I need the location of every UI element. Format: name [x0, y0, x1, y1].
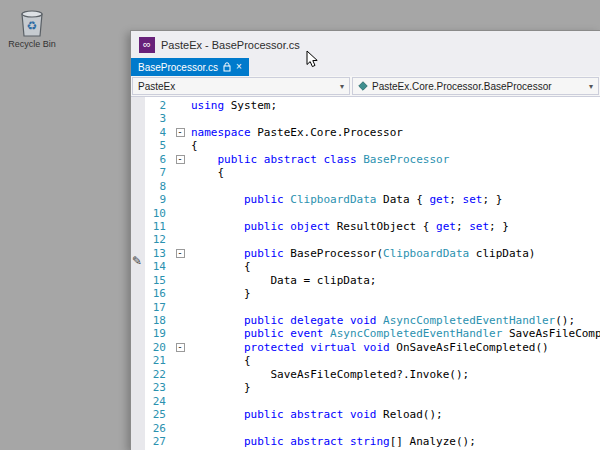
code-text[interactable]: public abstract class BaseProcessor	[191, 153, 600, 166]
code-text[interactable]: {	[191, 139, 600, 152]
chevron-down-icon: ▾	[583, 82, 593, 91]
code-text[interactable]	[191, 207, 600, 220]
code-text[interactable]	[191, 180, 600, 193]
desktop: ♻ Recycle Bin ∞ PasteEx - BaseProcessor.…	[0, 0, 600, 450]
recycle-bin-glyph: ♻	[17, 6, 47, 38]
code-text[interactable]: public ClipboardData Data { get; set; }	[191, 193, 600, 206]
code-text[interactable]: }	[191, 287, 600, 300]
code-line: 4-namespace PasteEx.Core.Processor	[131, 126, 600, 139]
fold-margin	[169, 301, 191, 314]
line-number: 18	[145, 314, 169, 327]
recycle-bin-icon[interactable]: ♻ Recycle Bin	[6, 6, 58, 49]
code-text[interactable]: public BaseProcessor(ClipboardData clipD…	[191, 247, 600, 260]
chevron-down-icon: ▾	[334, 82, 344, 91]
line-number: 23	[145, 381, 169, 394]
line-number: 2	[145, 99, 169, 112]
line-number: 3	[145, 112, 169, 125]
code-line: 27 public abstract string[] Analyze();	[131, 435, 600, 448]
code-editor: 2using System;34-namespace PasteEx.Core.…	[131, 97, 600, 450]
code-text[interactable]: public abstract void Reload();	[191, 408, 600, 421]
fold-margin	[169, 354, 191, 367]
fold-margin	[169, 220, 191, 233]
navigation-bar: PasteEx ▾ PasteEx.Core.Processor.BasePro…	[131, 76, 600, 97]
code-text[interactable]	[191, 112, 600, 125]
line-number: 17	[145, 301, 169, 314]
fold-margin	[169, 395, 191, 408]
line-number: 11	[145, 220, 169, 233]
fold-margin	[169, 99, 191, 112]
line-number: 19	[145, 327, 169, 340]
line-number: 6	[145, 153, 169, 166]
code-line: 20- protected virtual void OnSaveAsFileC…	[131, 341, 600, 354]
code-text[interactable]	[191, 301, 600, 314]
tab-close-icon[interactable]: ×	[236, 62, 242, 72]
code-text[interactable]: namespace PasteEx.Core.Processor	[191, 126, 600, 139]
fold-margin	[169, 287, 191, 300]
line-number: 26	[145, 422, 169, 435]
code-text[interactable]: public abstract string[] Analyze();	[191, 435, 600, 448]
code-line: 17	[131, 301, 600, 314]
fold-margin	[169, 112, 191, 125]
code-text[interactable]	[191, 395, 600, 408]
code-line: 5{	[131, 139, 600, 152]
code-line: 2using System;	[131, 99, 600, 112]
line-number: 25	[145, 408, 169, 421]
code-line: 18 public delegate void AsyncCompletedEv…	[131, 314, 600, 327]
fold-collapse-icon[interactable]: -	[169, 126, 191, 139]
code-line: 13- public BaseProcessor(ClipboardData c…	[131, 247, 600, 260]
line-number: 27	[145, 435, 169, 448]
fold-margin	[169, 180, 191, 193]
line-number: 10	[145, 207, 169, 220]
line-number: 22	[145, 368, 169, 381]
tab-baseprocessor[interactable]: BaseProcessor.cs ×	[131, 58, 249, 76]
code-line: 7 {	[131, 166, 600, 179]
fold-margin	[169, 422, 191, 435]
fold-margin	[169, 260, 191, 273]
line-number: 13	[145, 247, 169, 260]
code-text[interactable]: SaveAsFileCompleted?.Invoke();	[191, 368, 600, 381]
code-text[interactable]	[191, 422, 600, 435]
fold-margin	[169, 368, 191, 381]
code-text[interactable]: Data = clipData;	[191, 274, 600, 287]
line-number: 21	[145, 354, 169, 367]
code-text[interactable]: public delegate void AsyncCompletedEvent…	[191, 314, 600, 327]
line-number: 9	[145, 193, 169, 206]
fold-margin	[169, 381, 191, 394]
code-text[interactable]: public event AsyncCompletedEventHandler …	[191, 327, 600, 340]
titlebar[interactable]: ∞ PasteEx - BaseProcessor.cs	[131, 31, 600, 58]
code-line: 12	[131, 233, 600, 246]
code-text[interactable]: protected virtual void OnSaveAsFileCompl…	[191, 341, 600, 354]
window-title: PasteEx - BaseProcessor.cs	[161, 39, 300, 51]
fold-margin	[169, 435, 191, 448]
code-text[interactable]: using System;	[191, 99, 600, 112]
code-text[interactable]: {	[191, 354, 600, 367]
fold-margin	[169, 193, 191, 206]
tab-strip: BaseProcessor.cs ×	[131, 58, 600, 76]
visual-studio-logo-icon: ∞	[139, 37, 155, 53]
fold-collapse-icon[interactable]: -	[169, 341, 191, 354]
code-lines: 2using System;34-namespace PasteEx.Core.…	[131, 99, 600, 450]
fold-margin	[169, 207, 191, 220]
code-text[interactable]: }	[191, 381, 600, 394]
code-line: 21 {	[131, 354, 600, 367]
line-number: 16	[145, 287, 169, 300]
tab-label: BaseProcessor.cs	[138, 62, 218, 73]
project-dropdown[interactable]: PasteEx ▾	[132, 77, 350, 95]
fold-margin	[169, 139, 191, 152]
code-line: 11 public object ResultObject { get; set…	[131, 220, 600, 233]
fold-margin	[169, 327, 191, 340]
line-number: 12	[145, 233, 169, 246]
fold-collapse-icon[interactable]: -	[169, 153, 191, 166]
fold-margin	[169, 408, 191, 421]
code-text[interactable]	[191, 233, 600, 246]
member-dropdown[interactable]: PasteEx.Core.Processor.BaseProcessor ▾	[352, 77, 599, 95]
code-line: 24	[131, 395, 600, 408]
line-number: 7	[145, 166, 169, 179]
code-text[interactable]: {	[191, 166, 600, 179]
class-icon	[358, 81, 368, 91]
fold-margin	[169, 233, 191, 246]
code-text[interactable]: {	[191, 260, 600, 273]
code-line: 9 public ClipboardData Data { get; set; …	[131, 193, 600, 206]
code-text[interactable]: public object ResultObject { get; set; }	[191, 220, 600, 233]
fold-collapse-icon[interactable]: -	[169, 247, 191, 260]
